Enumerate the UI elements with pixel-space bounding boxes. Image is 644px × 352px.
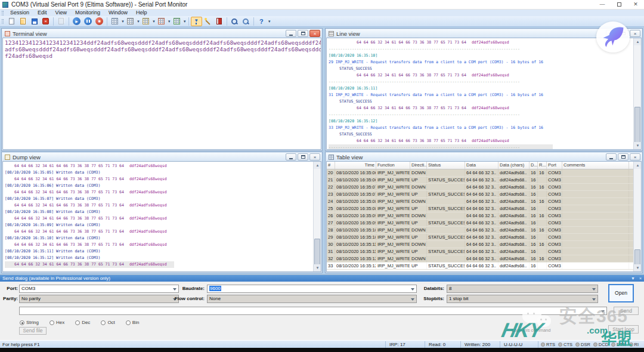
mode-radio-string[interactable]: String — [20, 320, 39, 325]
dump-view-content[interactable]: 64 64 66 32 34 61 64 66 73 36 38 77 65 7… — [2, 161, 321, 272]
new-session-button[interactable] — [6, 17, 17, 26]
scroll-up-icon[interactable]: ▲ — [314, 162, 321, 169]
filter-setup-button[interactable]: ▼ — [191, 17, 202, 26]
column-header[interactable]: Function — [376, 162, 410, 169]
menu-view[interactable]: View — [51, 10, 71, 16]
send-file-button[interactable]: Send file — [19, 327, 47, 335]
stop-monitoring-button[interactable]: ■ — [94, 17, 105, 26]
send-button[interactable]: Send — [614, 307, 639, 315]
table-view-titlebar[interactable]: Table view × — [326, 153, 642, 161]
dump-view-toggle-button[interactable] — [140, 17, 151, 26]
column-header[interactable]: Data — [465, 162, 499, 169]
menu-session[interactable]: Session — [6, 10, 33, 16]
terminal-close-button[interactable]: × — [309, 30, 320, 37]
pause-monitoring-button[interactable] — [82, 17, 94, 26]
column-header[interactable]: # — [327, 162, 335, 169]
column-header[interactable]: Port — [547, 162, 562, 169]
flow-control-select[interactable]: None — [207, 295, 417, 303]
dump-minimize-button[interactable] — [286, 153, 296, 160]
table-row[interactable]: 3208/10/2020 16:35:12IRP_MJ_WRITEDOWN64 … — [327, 255, 633, 263]
column-header[interactable]: Directi... — [410, 162, 427, 169]
close-session-button[interactable]: × — [40, 17, 51, 26]
open-button[interactable]: Open — [608, 284, 634, 302]
terminal-restore-button[interactable] — [298, 30, 308, 37]
baudrate-input[interactable]: 9600 — [207, 285, 417, 293]
table-view-toggle-button[interactable] — [109, 17, 120, 26]
data-highlight-button[interactable] — [202, 17, 213, 26]
parity-select[interactable]: No parity — [19, 295, 179, 303]
column-header[interactable]: Data (chars) — [499, 162, 530, 169]
table-row[interactable]: 2208/10/2020 16:35:07IRP_MJ_WRITEDOWN64 … — [327, 184, 633, 191]
column-header[interactable]: D... — [530, 162, 538, 169]
modbus-view-toggle-button[interactable] — [171, 17, 182, 26]
open-session-button[interactable] — [17, 17, 29, 26]
column-header[interactable]: Time — [335, 162, 376, 169]
table-close-button[interactable]: × — [630, 153, 640, 160]
terminal-view-toggle-button[interactable] — [156, 17, 167, 26]
close-icon[interactable]: × — [639, 276, 642, 280]
scrollbar-thumb[interactable] — [634, 107, 640, 143]
table-row[interactable]: 2008/10/2020 16:35:06IRP_MJ_WRITEDOWN64 … — [327, 169, 633, 177]
scroll-down-icon[interactable]: ▼ — [314, 264, 321, 271]
scroll-up-icon[interactable]: ▲ — [634, 162, 642, 169]
column-header[interactable]: R... — [538, 162, 547, 169]
help-menu-button[interactable]: ? — [256, 17, 267, 26]
table-view-content[interactable]: #TimeFunctionDirecti...StatusDataData (c… — [326, 161, 642, 272]
table-row[interactable]: 2308/10/2020 16:35:07IRP_MJ_WRITEUPSTATU… — [327, 191, 633, 198]
table-row[interactable]: 2908/10/2020 16:35:10IRP_MJ_WRITEUPSTATU… — [327, 234, 633, 241]
table-restore-button[interactable] — [618, 153, 628, 160]
copy-button[interactable] — [55, 17, 67, 26]
find-button[interactable] — [229, 17, 240, 26]
databits-select[interactable]: 8 — [447, 285, 598, 293]
scroll-up-icon[interactable]: ▲ — [634, 38, 642, 45]
minimize-icon[interactable]: — — [594, 0, 611, 9]
scroll-down-icon[interactable]: ▼ — [634, 264, 642, 271]
mode-radio-oct[interactable]: Oct — [101, 320, 114, 325]
line-restore-button[interactable] — [618, 30, 628, 37]
column-header[interactable]: Comments — [562, 162, 629, 169]
find-next-button[interactable] — [240, 17, 252, 26]
table-row[interactable]: 2108/10/2020 16:35:06IRP_MJ_WRITEUPSTATU… — [327, 177, 633, 184]
table-row[interactable]: 2408/10/2020 16:35:08IRP_MJ_WRITEDOWN64 … — [327, 198, 633, 205]
scroll-down-icon[interactable]: ▼ — [634, 142, 642, 149]
modbus-view-toggle-dropdown-icon[interactable]: ▼ — [183, 20, 187, 23]
send-data-input[interactable] — [19, 307, 607, 315]
terminal-view-titlebar[interactable]: Terminal view × — [2, 29, 321, 38]
table-view-scrollbar[interactable]: ▲ ▼ — [633, 162, 641, 271]
start-monitoring-button[interactable]: ▶ — [71, 17, 82, 26]
session-log-button[interactable] — [213, 17, 225, 26]
table-row[interactable]: 3108/10/2020 16:35:11IRP_MJ_WRITEUPSTATU… — [327, 248, 633, 255]
scrollbar-thumb[interactable] — [314, 239, 320, 266]
close-icon[interactable]: ✕ — [627, 0, 644, 9]
line-minimize-button[interactable] — [606, 30, 617, 37]
mode-radio-bin[interactable]: Bin — [126, 320, 140, 325]
dump-restore-button[interactable] — [298, 153, 308, 160]
dump-view-titlebar[interactable]: Dump view × — [2, 153, 321, 161]
table-row[interactable]: 2708/10/2020 16:35:09IRP_MJ_WRITEUPSTATU… — [327, 220, 633, 227]
save-session-button[interactable] — [29, 17, 40, 26]
table-row[interactable]: 2608/10/2020 16:35:09IRP_MJ_WRITEDOWN64 … — [327, 212, 633, 220]
line-close-button[interactable]: × — [630, 30, 640, 37]
pin-icon[interactable]: ▼ — [631, 276, 635, 280]
terminal-minimize-button[interactable] — [286, 30, 296, 37]
help-menu-dropdown-icon[interactable]: ▼ — [268, 20, 271, 23]
line-view-toggle-button[interactable] — [125, 17, 136, 26]
stopbits-select[interactable]: 1 stop bit — [447, 295, 598, 303]
menu-monitoring[interactable]: Monitoring — [71, 10, 104, 16]
line-view-content[interactable]: 64 64 66 32 34 61 64 66 73 36 38 77 65 7… — [326, 38, 642, 150]
column-header[interactable]: Status — [427, 162, 465, 169]
line-view-scrollbar[interactable]: ▲ ▼ — [633, 38, 641, 149]
table-row[interactable]: 2508/10/2020 16:35:08IRP_MJ_WRITEUPSTATU… — [327, 205, 633, 212]
start-loop-button[interactable]: Start loop — [608, 325, 639, 334]
table-minimize-button[interactable] — [606, 153, 617, 160]
terminal-view-content[interactable]: 123412341234123412341234ddf24adfs68weqsd… — [2, 38, 321, 150]
mode-radio-dec[interactable]: Dec — [75, 320, 90, 325]
port-select[interactable]: COM3 — [19, 285, 179, 293]
menu-window[interactable]: Window — [104, 10, 132, 16]
menu-edit[interactable]: Edit — [33, 10, 51, 16]
maximize-icon[interactable] — [611, 0, 627, 9]
table-row[interactable]: 2808/10/2020 16:35:10IRP_MJ_WRITEDOWN64 … — [327, 227, 633, 234]
mode-radio-hex[interactable]: Hex — [49, 320, 64, 325]
dump-close-button[interactable]: × — [309, 153, 320, 160]
table-row[interactable]: 3308/10/2020 16:35:12IRP_MJ_WRITEUPSTATU… — [327, 263, 633, 270]
